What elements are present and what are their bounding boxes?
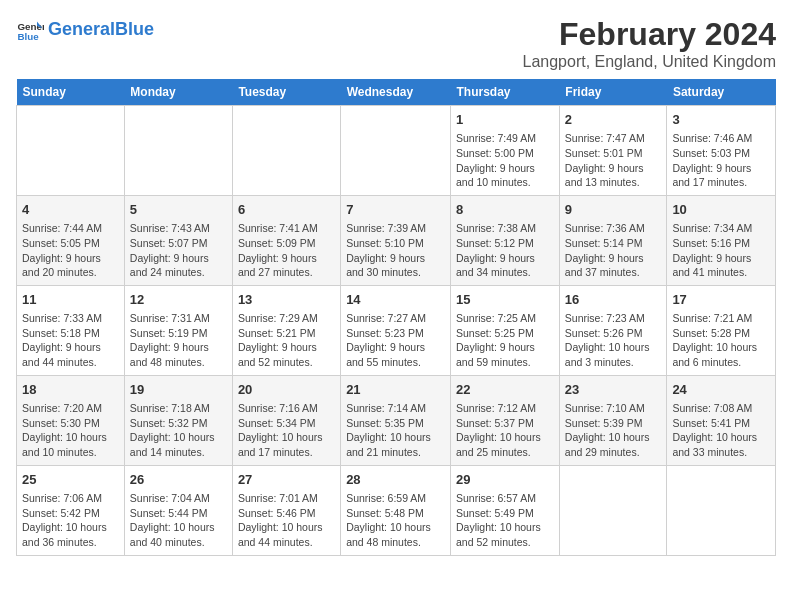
calendar-week-row: 18Sunrise: 7:20 AM Sunset: 5:30 PM Dayli…: [17, 375, 776, 465]
calendar-cell: 11Sunrise: 7:33 AM Sunset: 5:18 PM Dayli…: [17, 285, 125, 375]
day-number: 2: [565, 111, 662, 129]
logo: General Blue GeneralBlue: [16, 16, 154, 44]
calendar-cell: 23Sunrise: 7:10 AM Sunset: 5:39 PM Dayli…: [559, 375, 667, 465]
calendar-week-row: 1Sunrise: 7:49 AM Sunset: 5:00 PM Daylig…: [17, 106, 776, 196]
day-info: Sunrise: 7:23 AM Sunset: 5:26 PM Dayligh…: [565, 311, 662, 370]
calendar-cell: 5Sunrise: 7:43 AM Sunset: 5:07 PM Daylig…: [124, 195, 232, 285]
calendar-cell: 20Sunrise: 7:16 AM Sunset: 5:34 PM Dayli…: [232, 375, 340, 465]
day-info: Sunrise: 7:12 AM Sunset: 5:37 PM Dayligh…: [456, 401, 554, 460]
calendar-cell: 24Sunrise: 7:08 AM Sunset: 5:41 PM Dayli…: [667, 375, 776, 465]
calendar-cell: 14Sunrise: 7:27 AM Sunset: 5:23 PM Dayli…: [341, 285, 451, 375]
day-number: 24: [672, 381, 770, 399]
day-number: 18: [22, 381, 119, 399]
calendar-week-row: 4Sunrise: 7:44 AM Sunset: 5:05 PM Daylig…: [17, 195, 776, 285]
calendar-cell: 26Sunrise: 7:04 AM Sunset: 5:44 PM Dayli…: [124, 465, 232, 555]
day-number: 3: [672, 111, 770, 129]
day-number: 28: [346, 471, 445, 489]
day-number: 9: [565, 201, 662, 219]
day-number: 29: [456, 471, 554, 489]
calendar-cell: 18Sunrise: 7:20 AM Sunset: 5:30 PM Dayli…: [17, 375, 125, 465]
calendar-cell: 27Sunrise: 7:01 AM Sunset: 5:46 PM Dayli…: [232, 465, 340, 555]
main-title: February 2024: [522, 16, 776, 53]
calendar-cell: 6Sunrise: 7:41 AM Sunset: 5:09 PM Daylig…: [232, 195, 340, 285]
day-info: Sunrise: 7:20 AM Sunset: 5:30 PM Dayligh…: [22, 401, 119, 460]
day-info: Sunrise: 7:31 AM Sunset: 5:19 PM Dayligh…: [130, 311, 227, 370]
calendar-cell: 29Sunrise: 6:57 AM Sunset: 5:49 PM Dayli…: [451, 465, 560, 555]
calendar-cell: [124, 106, 232, 196]
day-info: Sunrise: 7:04 AM Sunset: 5:44 PM Dayligh…: [130, 491, 227, 550]
day-number: 12: [130, 291, 227, 309]
day-info: Sunrise: 7:41 AM Sunset: 5:09 PM Dayligh…: [238, 221, 335, 280]
weekday-header-cell: Saturday: [667, 79, 776, 106]
day-number: 5: [130, 201, 227, 219]
day-number: 25: [22, 471, 119, 489]
day-info: Sunrise: 7:29 AM Sunset: 5:21 PM Dayligh…: [238, 311, 335, 370]
weekday-header-cell: Monday: [124, 79, 232, 106]
calendar-cell: 16Sunrise: 7:23 AM Sunset: 5:26 PM Dayli…: [559, 285, 667, 375]
day-number: 4: [22, 201, 119, 219]
day-number: 15: [456, 291, 554, 309]
calendar-cell: 12Sunrise: 7:31 AM Sunset: 5:19 PM Dayli…: [124, 285, 232, 375]
weekday-header-row: SundayMondayTuesdayWednesdayThursdayFrid…: [17, 79, 776, 106]
day-number: 27: [238, 471, 335, 489]
day-info: Sunrise: 7:08 AM Sunset: 5:41 PM Dayligh…: [672, 401, 770, 460]
day-info: Sunrise: 7:34 AM Sunset: 5:16 PM Dayligh…: [672, 221, 770, 280]
title-block: February 2024 Langport, England, United …: [522, 16, 776, 71]
day-number: 21: [346, 381, 445, 399]
page-header: General Blue GeneralBlue February 2024 L…: [16, 16, 776, 71]
calendar-cell: 10Sunrise: 7:34 AM Sunset: 5:16 PM Dayli…: [667, 195, 776, 285]
day-info: Sunrise: 7:14 AM Sunset: 5:35 PM Dayligh…: [346, 401, 445, 460]
calendar-cell: 25Sunrise: 7:06 AM Sunset: 5:42 PM Dayli…: [17, 465, 125, 555]
calendar-cell: 7Sunrise: 7:39 AM Sunset: 5:10 PM Daylig…: [341, 195, 451, 285]
calendar-cell: 22Sunrise: 7:12 AM Sunset: 5:37 PM Dayli…: [451, 375, 560, 465]
day-number: 7: [346, 201, 445, 219]
day-info: Sunrise: 7:16 AM Sunset: 5:34 PM Dayligh…: [238, 401, 335, 460]
day-number: 26: [130, 471, 227, 489]
day-number: 8: [456, 201, 554, 219]
day-info: Sunrise: 7:06 AM Sunset: 5:42 PM Dayligh…: [22, 491, 119, 550]
day-info: Sunrise: 7:21 AM Sunset: 5:28 PM Dayligh…: [672, 311, 770, 370]
calendar-cell: [667, 465, 776, 555]
day-info: Sunrise: 6:59 AM Sunset: 5:48 PM Dayligh…: [346, 491, 445, 550]
day-info: Sunrise: 7:43 AM Sunset: 5:07 PM Dayligh…: [130, 221, 227, 280]
day-number: 10: [672, 201, 770, 219]
calendar-cell: [17, 106, 125, 196]
day-info: Sunrise: 7:46 AM Sunset: 5:03 PM Dayligh…: [672, 131, 770, 190]
day-info: Sunrise: 6:57 AM Sunset: 5:49 PM Dayligh…: [456, 491, 554, 550]
weekday-header-cell: Sunday: [17, 79, 125, 106]
calendar-cell: 21Sunrise: 7:14 AM Sunset: 5:35 PM Dayli…: [341, 375, 451, 465]
calendar-cell: 19Sunrise: 7:18 AM Sunset: 5:32 PM Dayli…: [124, 375, 232, 465]
day-info: Sunrise: 7:36 AM Sunset: 5:14 PM Dayligh…: [565, 221, 662, 280]
day-info: Sunrise: 7:47 AM Sunset: 5:01 PM Dayligh…: [565, 131, 662, 190]
day-info: Sunrise: 7:27 AM Sunset: 5:23 PM Dayligh…: [346, 311, 445, 370]
weekday-header-cell: Friday: [559, 79, 667, 106]
day-number: 11: [22, 291, 119, 309]
calendar-body: 1Sunrise: 7:49 AM Sunset: 5:00 PM Daylig…: [17, 106, 776, 556]
day-info: Sunrise: 7:25 AM Sunset: 5:25 PM Dayligh…: [456, 311, 554, 370]
day-number: 17: [672, 291, 770, 309]
day-number: 22: [456, 381, 554, 399]
day-number: 20: [238, 381, 335, 399]
day-info: Sunrise: 7:44 AM Sunset: 5:05 PM Dayligh…: [22, 221, 119, 280]
day-info: Sunrise: 7:01 AM Sunset: 5:46 PM Dayligh…: [238, 491, 335, 550]
svg-text:Blue: Blue: [17, 31, 39, 42]
day-number: 14: [346, 291, 445, 309]
calendar-cell: 15Sunrise: 7:25 AM Sunset: 5:25 PM Dayli…: [451, 285, 560, 375]
sub-title: Langport, England, United Kingdom: [522, 53, 776, 71]
calendar-cell: 28Sunrise: 6:59 AM Sunset: 5:48 PM Dayli…: [341, 465, 451, 555]
calendar-cell: [559, 465, 667, 555]
day-info: Sunrise: 7:39 AM Sunset: 5:10 PM Dayligh…: [346, 221, 445, 280]
day-info: Sunrise: 7:38 AM Sunset: 5:12 PM Dayligh…: [456, 221, 554, 280]
calendar-cell: 9Sunrise: 7:36 AM Sunset: 5:14 PM Daylig…: [559, 195, 667, 285]
day-info: Sunrise: 7:18 AM Sunset: 5:32 PM Dayligh…: [130, 401, 227, 460]
day-number: 1: [456, 111, 554, 129]
day-number: 6: [238, 201, 335, 219]
calendar-cell: 8Sunrise: 7:38 AM Sunset: 5:12 PM Daylig…: [451, 195, 560, 285]
calendar-cell: 4Sunrise: 7:44 AM Sunset: 5:05 PM Daylig…: [17, 195, 125, 285]
weekday-header-cell: Wednesday: [341, 79, 451, 106]
weekday-header-cell: Thursday: [451, 79, 560, 106]
day-number: 23: [565, 381, 662, 399]
calendar-cell: 1Sunrise: 7:49 AM Sunset: 5:00 PM Daylig…: [451, 106, 560, 196]
day-number: 13: [238, 291, 335, 309]
day-info: Sunrise: 7:33 AM Sunset: 5:18 PM Dayligh…: [22, 311, 119, 370]
